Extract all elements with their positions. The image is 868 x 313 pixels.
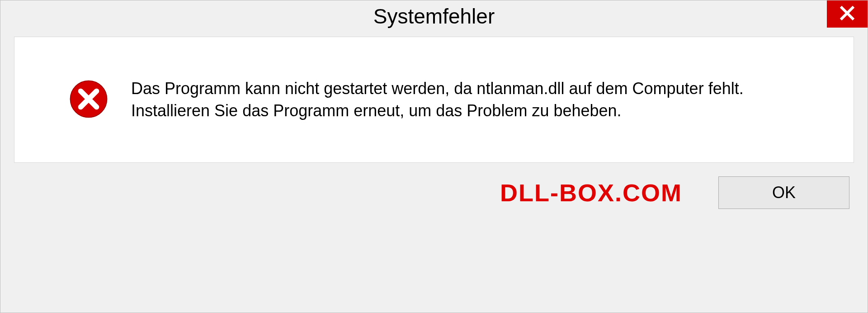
close-button[interactable] [827, 0, 868, 28]
error-dialog: Systemfehler Das Programm kann nicht ges… [0, 0, 868, 313]
close-icon [839, 5, 855, 23]
titlebar: Systemfehler [0, 0, 868, 32]
content-panel: Das Programm kann nicht gestartet werden… [14, 37, 854, 163]
dialog-footer: DLL-BOX.COM OK [0, 176, 868, 223]
watermark: DLL-BOX.COM [500, 179, 682, 207]
dialog-title: Systemfehler [373, 4, 495, 28]
ok-button-label: OK [772, 183, 796, 202]
error-icon [69, 79, 108, 121]
error-message: Das Programm kann nicht gestartet werden… [131, 78, 826, 122]
ok-button[interactable]: OK [718, 176, 849, 209]
